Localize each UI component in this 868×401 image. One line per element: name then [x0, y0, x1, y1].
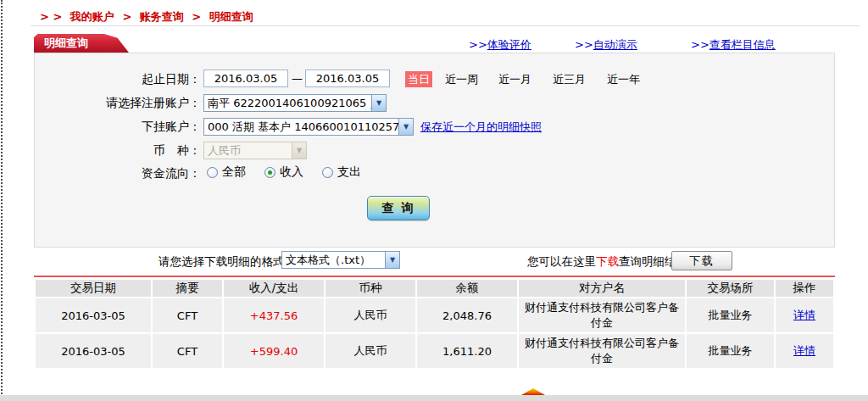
cell-counterparty: 财付通支付科技有限公司客户备付金 [519, 334, 685, 368]
table-header-row: 交易日期 摘要 收入/支出 币种 余额 对方户名 交易场所 操作 [36, 280, 833, 297]
cell-date: 2016-03-05 [36, 334, 151, 368]
radio-label: 收入 [280, 164, 303, 180]
sub-account-value: 000 活期 基本户 1406600101102571848 [204, 120, 398, 135]
cell-date: 2016-03-05 [36, 298, 151, 332]
breadcrumb-separator: > [122, 10, 131, 23]
link-label[interactable]: 查看栏目信息 [709, 38, 776, 51]
breadcrumb-separator: > [192, 10, 201, 23]
cell-action: 详情 [776, 298, 833, 332]
quick-range-quarter[interactable]: 近三月 [553, 72, 586, 87]
table-row: 2016-03-05 CFT +437.56 人民币 2,048.76 财付通支… [36, 298, 833, 332]
currency-label: 币 种： [34, 143, 201, 159]
quick-range-month[interactable]: 近一月 [498, 72, 531, 87]
chevron-down-icon[interactable]: ▼ [385, 252, 399, 268]
download-format-label: 请您选择下载明细的格式 [159, 254, 285, 270]
detail-link[interactable]: 详情 [793, 344, 815, 357]
currency-value: 人民币 [204, 143, 292, 159]
download-format-value: 文本格式（.txt） [282, 253, 385, 268]
radio-label: 支出 [337, 164, 361, 180]
header-amount: 收入/支出 [224, 280, 324, 297]
header-balance: 余额 [417, 280, 517, 297]
left-dotted-border [1, 0, 3, 401]
radio-label: 全部 [222, 164, 246, 180]
fund-flow-label: 资金流向： [34, 166, 201, 181]
cell-amount: +599.40 [224, 334, 324, 368]
header-venue: 交易场所 [687, 280, 774, 297]
link-auto-demo[interactable]: >>自动演示 [575, 37, 637, 53]
header-summary: 摘要 [153, 280, 222, 297]
chevron-down-icon: ▼ [292, 142, 306, 159]
fund-flow-radio-group: 全部 收入 支出 [207, 164, 361, 180]
link-prefix: >> [575, 38, 593, 51]
download-hint-prefix: 您可以在这里 [527, 254, 596, 268]
link-view-column-info[interactable]: >>查看栏目信息 [691, 37, 776, 53]
query-button[interactable]: 查 询 [367, 196, 430, 220]
cell-amount: +437.56 [224, 298, 324, 332]
date-range-label: 起止日期： [34, 72, 201, 87]
header-action: 操作 [776, 280, 833, 297]
registered-account-select[interactable]: 南平 6222001406100921065 灵通卡 ▼ [203, 94, 387, 112]
partial-logo-icon [521, 388, 545, 395]
date-range-dash: — [292, 72, 303, 85]
table-row: 2016-03-05 CFT +599.40 人民币 1,611.20 财付通支… [36, 334, 833, 368]
radio-icon[interactable] [322, 167, 333, 178]
registered-account-label: 请选择注册账户： [34, 96, 201, 111]
registered-account-value: 南平 6222001406100921065 灵通卡 [204, 96, 371, 111]
cell-currency: 人民币 [326, 334, 415, 368]
download-format-select[interactable]: 文本格式（.txt） ▼ [281, 251, 400, 269]
link-prefix: >> [469, 38, 487, 51]
link-prefix: >> [691, 38, 709, 51]
download-button[interactable]: 下载 [671, 251, 732, 270]
header-counterparty: 对方户名 [519, 280, 685, 297]
date-from-input[interactable] [203, 70, 288, 87]
radio-flow-expense[interactable]: 支出 [322, 164, 361, 180]
link-label[interactable]: 自动演示 [593, 38, 637, 51]
chevron-down-icon[interactable]: ▼ [398, 119, 413, 135]
tab-title: 明细查询 [44, 36, 88, 49]
download-hint: 您可以在这里下载查询明细结果 [527, 254, 687, 270]
tab-detail-query: 明细查询 [34, 34, 129, 53]
cell-summary: CFT [153, 334, 222, 368]
results-table: 交易日期 摘要 收入/支出 币种 余额 对方户名 交易场所 操作 2016-03… [34, 278, 835, 370]
bottom-bar [0, 395, 868, 401]
radio-flow-income[interactable]: 收入 [264, 164, 303, 180]
cell-currency: 人民币 [326, 298, 415, 332]
breadcrumb-item-my-account[interactable]: 我的账户 [70, 10, 114, 23]
radio-icon[interactable] [207, 167, 218, 178]
breadcrumb-prefix: > > [40, 10, 62, 23]
save-monthly-snapshot-link[interactable]: 保存近一个月的明细快照 [420, 120, 542, 135]
download-inline-link[interactable]: 下载 [596, 254, 619, 268]
cell-counterparty: 财付通支付科技有限公司客户备付金 [519, 298, 685, 332]
radio-checked-icon[interactable] [264, 167, 275, 178]
chevron-down-icon[interactable]: ▼ [371, 95, 386, 111]
quick-range-year[interactable]: 近一年 [607, 72, 640, 87]
cell-summary: CFT [153, 298, 222, 332]
header-date: 交易日期 [36, 280, 151, 297]
date-to-input[interactable] [305, 70, 390, 87]
cell-venue: 批量业务 [687, 298, 774, 332]
breadcrumb-item-detail-query[interactable]: 明细查询 [209, 10, 253, 23]
link-label[interactable]: 体验评价 [487, 38, 531, 51]
sub-account-label: 下挂账户： [34, 120, 201, 135]
quick-range-week[interactable]: 近一周 [445, 72, 478, 87]
cell-action: 详情 [776, 334, 833, 368]
detail-link[interactable]: 详情 [793, 309, 815, 321]
detail-query-page: > > 我的账户 > 账务查询 > 明细查询 明细查询 >>体验评价 >>自动演… [0, 0, 868, 401]
cell-balance: 2,048.76 [417, 298, 517, 332]
breadcrumb-item-account-query[interactable]: 账务查询 [140, 10, 184, 23]
breadcrumb-divider [31, 25, 860, 26]
breadcrumb: > > 我的账户 > 账务查询 > 明细查询 [36, 9, 253, 25]
link-experience-rating[interactable]: >>体验评价 [469, 37, 531, 53]
table-top-separator [34, 276, 835, 277]
quick-range-today[interactable]: 当日 [405, 71, 432, 87]
radio-flow-all[interactable]: 全部 [207, 164, 246, 180]
header-currency: 币种 [326, 280, 415, 297]
cell-venue: 批量业务 [687, 334, 774, 368]
sub-account-select[interactable]: 000 活期 基本户 1406600101102571848 ▼ [203, 118, 414, 136]
cell-balance: 1,611.20 [417, 334, 517, 368]
currency-select: 人民币 ▼ [203, 142, 307, 159]
